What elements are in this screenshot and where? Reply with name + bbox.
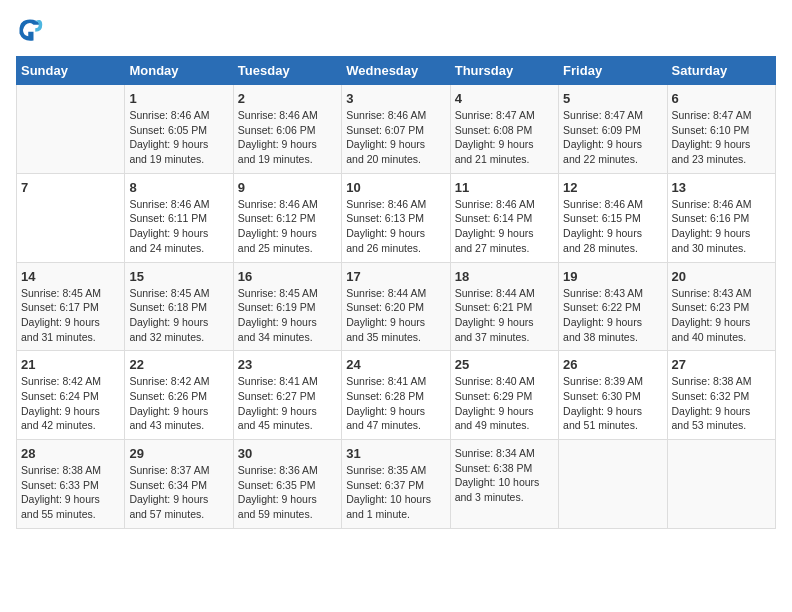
day-number: 4	[455, 91, 554, 106]
calendar-cell: 4Sunrise: 8:47 AM Sunset: 6:08 PM Daylig…	[450, 85, 558, 174]
week-row-4: 21Sunrise: 8:42 AM Sunset: 6:24 PM Dayli…	[17, 351, 776, 440]
calendar-cell: 30Sunrise: 8:36 AM Sunset: 6:35 PM Dayli…	[233, 440, 341, 529]
day-info: Sunrise: 8:39 AM Sunset: 6:30 PM Dayligh…	[563, 374, 662, 433]
week-row-3: 14Sunrise: 8:45 AM Sunset: 6:17 PM Dayli…	[17, 262, 776, 351]
week-row-5: 28Sunrise: 8:38 AM Sunset: 6:33 PM Dayli…	[17, 440, 776, 529]
calendar-cell: 17Sunrise: 8:44 AM Sunset: 6:20 PM Dayli…	[342, 262, 450, 351]
day-info: Sunrise: 8:44 AM Sunset: 6:21 PM Dayligh…	[455, 286, 554, 345]
calendar-cell: 6Sunrise: 8:47 AM Sunset: 6:10 PM Daylig…	[667, 85, 775, 174]
calendar-cell: 9Sunrise: 8:46 AM Sunset: 6:12 PM Daylig…	[233, 173, 341, 262]
calendar-cell: 27Sunrise: 8:38 AM Sunset: 6:32 PM Dayli…	[667, 351, 775, 440]
calendar-cell: 25Sunrise: 8:40 AM Sunset: 6:29 PM Dayli…	[450, 351, 558, 440]
calendar-cell: 28Sunrise: 8:38 AM Sunset: 6:33 PM Dayli…	[17, 440, 125, 529]
day-number: 7	[21, 180, 120, 195]
day-number: 19	[563, 269, 662, 284]
day-number: 17	[346, 269, 445, 284]
day-number: 13	[672, 180, 771, 195]
calendar-cell: 16Sunrise: 8:45 AM Sunset: 6:19 PM Dayli…	[233, 262, 341, 351]
day-number: 18	[455, 269, 554, 284]
calendar-cell: 12Sunrise: 8:46 AM Sunset: 6:15 PM Dayli…	[559, 173, 667, 262]
calendar-cell: 24Sunrise: 8:41 AM Sunset: 6:28 PM Dayli…	[342, 351, 450, 440]
day-number: 6	[672, 91, 771, 106]
day-info: Sunrise: 8:34 AM Sunset: 6:38 PM Dayligh…	[455, 446, 554, 505]
day-number: 31	[346, 446, 445, 461]
calendar-cell	[17, 85, 125, 174]
calendar-cell: 1Sunrise: 8:46 AM Sunset: 6:05 PM Daylig…	[125, 85, 233, 174]
page-header	[16, 16, 776, 44]
logo-icon	[16, 16, 44, 44]
calendar-cell: 23Sunrise: 8:41 AM Sunset: 6:27 PM Dayli…	[233, 351, 341, 440]
day-info: Sunrise: 8:43 AM Sunset: 6:23 PM Dayligh…	[672, 286, 771, 345]
weekday-header-monday: Monday	[125, 57, 233, 85]
weekday-header-wednesday: Wednesday	[342, 57, 450, 85]
day-number: 11	[455, 180, 554, 195]
day-info: Sunrise: 8:46 AM Sunset: 6:16 PM Dayligh…	[672, 197, 771, 256]
day-number: 26	[563, 357, 662, 372]
day-number: 24	[346, 357, 445, 372]
calendar-cell: 5Sunrise: 8:47 AM Sunset: 6:09 PM Daylig…	[559, 85, 667, 174]
weekday-header-thursday: Thursday	[450, 57, 558, 85]
day-number: 5	[563, 91, 662, 106]
calendar-cell: 15Sunrise: 8:45 AM Sunset: 6:18 PM Dayli…	[125, 262, 233, 351]
weekday-header-tuesday: Tuesday	[233, 57, 341, 85]
day-number: 30	[238, 446, 337, 461]
calendar-cell: 13Sunrise: 8:46 AM Sunset: 6:16 PM Dayli…	[667, 173, 775, 262]
day-number: 3	[346, 91, 445, 106]
calendar-cell: 7	[17, 173, 125, 262]
day-number: 23	[238, 357, 337, 372]
calendar-cell: 31Sunrise: 8:35 AM Sunset: 6:37 PM Dayli…	[342, 440, 450, 529]
day-number: 2	[238, 91, 337, 106]
day-info: Sunrise: 8:46 AM Sunset: 6:14 PM Dayligh…	[455, 197, 554, 256]
day-info: Sunrise: 8:47 AM Sunset: 6:10 PM Dayligh…	[672, 108, 771, 167]
day-number: 9	[238, 180, 337, 195]
day-info: Sunrise: 8:38 AM Sunset: 6:33 PM Dayligh…	[21, 463, 120, 522]
day-number: 14	[21, 269, 120, 284]
day-info: Sunrise: 8:46 AM Sunset: 6:11 PM Dayligh…	[129, 197, 228, 256]
calendar-table: SundayMondayTuesdayWednesdayThursdayFrid…	[16, 56, 776, 529]
day-number: 28	[21, 446, 120, 461]
day-number: 27	[672, 357, 771, 372]
weekday-header-saturday: Saturday	[667, 57, 775, 85]
day-info: Sunrise: 8:42 AM Sunset: 6:26 PM Dayligh…	[129, 374, 228, 433]
calendar-cell: 19Sunrise: 8:43 AM Sunset: 6:22 PM Dayli…	[559, 262, 667, 351]
week-row-2: 78Sunrise: 8:46 AM Sunset: 6:11 PM Dayli…	[17, 173, 776, 262]
day-info: Sunrise: 8:41 AM Sunset: 6:28 PM Dayligh…	[346, 374, 445, 433]
day-number: 1	[129, 91, 228, 106]
day-info: Sunrise: 8:45 AM Sunset: 6:18 PM Dayligh…	[129, 286, 228, 345]
calendar-cell: 2Sunrise: 8:46 AM Sunset: 6:06 PM Daylig…	[233, 85, 341, 174]
calendar-cell: 21Sunrise: 8:42 AM Sunset: 6:24 PM Dayli…	[17, 351, 125, 440]
day-info: Sunrise: 8:46 AM Sunset: 6:06 PM Dayligh…	[238, 108, 337, 167]
calendar-cell: 22Sunrise: 8:42 AM Sunset: 6:26 PM Dayli…	[125, 351, 233, 440]
weekday-header-sunday: Sunday	[17, 57, 125, 85]
day-info: Sunrise: 8:47 AM Sunset: 6:08 PM Dayligh…	[455, 108, 554, 167]
day-info: Sunrise: 8:45 AM Sunset: 6:19 PM Dayligh…	[238, 286, 337, 345]
calendar-cell: 18Sunrise: 8:44 AM Sunset: 6:21 PM Dayli…	[450, 262, 558, 351]
logo	[16, 16, 48, 44]
day-info: Sunrise: 8:35 AM Sunset: 6:37 PM Dayligh…	[346, 463, 445, 522]
day-info: Sunrise: 8:46 AM Sunset: 6:15 PM Dayligh…	[563, 197, 662, 256]
calendar-cell: 8Sunrise: 8:46 AM Sunset: 6:11 PM Daylig…	[125, 173, 233, 262]
day-number: 22	[129, 357, 228, 372]
day-info: Sunrise: 8:42 AM Sunset: 6:24 PM Dayligh…	[21, 374, 120, 433]
day-info: Sunrise: 8:43 AM Sunset: 6:22 PM Dayligh…	[563, 286, 662, 345]
day-number: 10	[346, 180, 445, 195]
day-info: Sunrise: 8:41 AM Sunset: 6:27 PM Dayligh…	[238, 374, 337, 433]
calendar-cell: 11Sunrise: 8:46 AM Sunset: 6:14 PM Dayli…	[450, 173, 558, 262]
weekday-header-friday: Friday	[559, 57, 667, 85]
day-number: 20	[672, 269, 771, 284]
day-info: Sunrise: 8:40 AM Sunset: 6:29 PM Dayligh…	[455, 374, 554, 433]
day-info: Sunrise: 8:36 AM Sunset: 6:35 PM Dayligh…	[238, 463, 337, 522]
calendar-cell: 14Sunrise: 8:45 AM Sunset: 6:17 PM Dayli…	[17, 262, 125, 351]
calendar-cell	[559, 440, 667, 529]
day-info: Sunrise: 8:46 AM Sunset: 6:07 PM Dayligh…	[346, 108, 445, 167]
day-info: Sunrise: 8:46 AM Sunset: 6:05 PM Dayligh…	[129, 108, 228, 167]
day-info: Sunrise: 8:37 AM Sunset: 6:34 PM Dayligh…	[129, 463, 228, 522]
day-number: 25	[455, 357, 554, 372]
week-row-1: 1Sunrise: 8:46 AM Sunset: 6:05 PM Daylig…	[17, 85, 776, 174]
calendar-cell: 3Sunrise: 8:46 AM Sunset: 6:07 PM Daylig…	[342, 85, 450, 174]
day-info: Sunrise: 8:47 AM Sunset: 6:09 PM Dayligh…	[563, 108, 662, 167]
calendar-cell: 29Sunrise: 8:37 AM Sunset: 6:34 PM Dayli…	[125, 440, 233, 529]
day-info: Sunrise: 8:46 AM Sunset: 6:13 PM Dayligh…	[346, 197, 445, 256]
calendar-cell: Sunrise: 8:34 AM Sunset: 6:38 PM Dayligh…	[450, 440, 558, 529]
day-info: Sunrise: 8:46 AM Sunset: 6:12 PM Dayligh…	[238, 197, 337, 256]
